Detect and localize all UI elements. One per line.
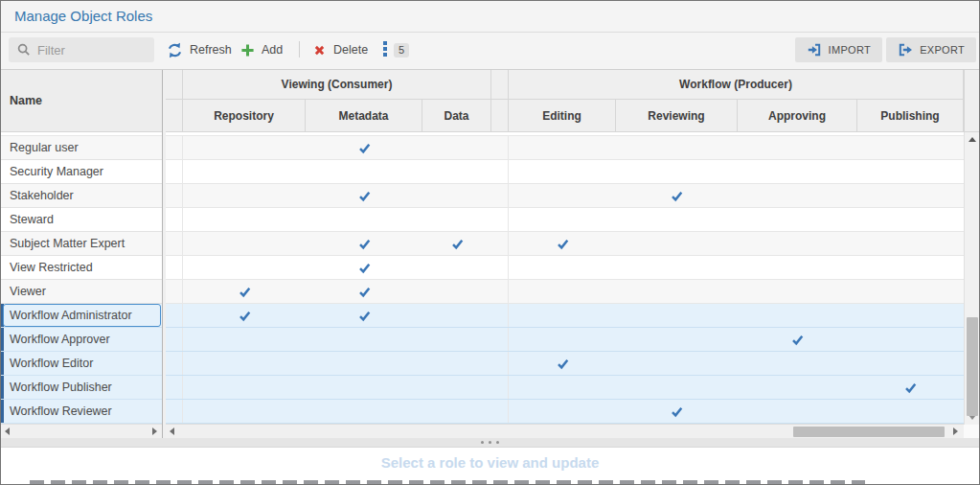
permission-cell[interactable] bbox=[306, 160, 422, 183]
role-row[interactable] bbox=[166, 256, 964, 280]
permission-cell[interactable] bbox=[616, 208, 738, 231]
permission-cell[interactable] bbox=[616, 352, 738, 375]
permission-cell[interactable] bbox=[183, 304, 306, 327]
permission-cell[interactable] bbox=[857, 400, 964, 423]
permission-cell[interactable] bbox=[509, 352, 616, 375]
column-header-cell[interactable]: Data bbox=[422, 100, 491, 132]
permission-cell[interactable] bbox=[306, 400, 422, 423]
permission-cell[interactable] bbox=[306, 352, 422, 375]
role-row[interactable] bbox=[166, 208, 964, 232]
permission-cell[interactable] bbox=[738, 136, 857, 159]
permission-cell[interactable] bbox=[422, 136, 491, 159]
permission-cell[interactable] bbox=[183, 184, 306, 207]
permission-cell[interactable] bbox=[857, 136, 964, 159]
permission-cell[interactable] bbox=[306, 232, 422, 255]
permission-cell[interactable] bbox=[509, 160, 616, 183]
role-row[interactable] bbox=[166, 232, 964, 256]
column-header-cell[interactable]: Publishing bbox=[857, 100, 964, 132]
permission-cell[interactable] bbox=[857, 208, 964, 231]
permission-cell[interactable] bbox=[616, 304, 738, 327]
permission-cell[interactable] bbox=[306, 136, 422, 159]
permission-cell[interactable] bbox=[857, 352, 964, 375]
permission-cell[interactable] bbox=[509, 208, 616, 231]
permission-cell[interactable] bbox=[306, 184, 422, 207]
permission-cell[interactable] bbox=[616, 136, 738, 159]
role-name-cell[interactable]: View Restricted bbox=[1, 256, 162, 280]
permission-cell[interactable] bbox=[422, 160, 491, 183]
permission-cell[interactable] bbox=[738, 208, 857, 231]
permission-cell[interactable] bbox=[422, 376, 491, 399]
permission-cell[interactable] bbox=[422, 208, 491, 231]
role-row[interactable] bbox=[166, 304, 964, 328]
role-name-cell[interactable]: Workflow Publisher bbox=[1, 376, 162, 400]
permission-cell[interactable] bbox=[738, 352, 857, 375]
permission-cell[interactable] bbox=[857, 184, 964, 207]
scroll-left-arrow[interactable] bbox=[170, 427, 174, 435]
permission-cell[interactable] bbox=[509, 328, 616, 351]
role-row[interactable] bbox=[166, 352, 964, 376]
role-name-cell[interactable]: Security Manager bbox=[1, 160, 162, 184]
name-hscrollbar[interactable] bbox=[1, 424, 162, 438]
permission-cell[interactable] bbox=[616, 400, 738, 423]
permission-cell[interactable] bbox=[422, 256, 491, 279]
permission-cell[interactable] bbox=[857, 376, 964, 399]
role-row[interactable] bbox=[166, 280, 964, 304]
column-header-cell[interactable]: Approving bbox=[738, 100, 857, 132]
permission-cell[interactable] bbox=[738, 256, 857, 279]
pane-splitter-handle[interactable] bbox=[1, 438, 979, 448]
role-row[interactable] bbox=[166, 376, 964, 400]
permission-cell[interactable] bbox=[306, 328, 422, 351]
role-name-cell[interactable]: Workflow Editor bbox=[1, 352, 162, 376]
permission-cell[interactable] bbox=[509, 280, 616, 303]
permission-cell[interactable] bbox=[306, 208, 422, 231]
permission-cell[interactable] bbox=[183, 160, 306, 183]
permission-cell[interactable] bbox=[857, 232, 964, 255]
permission-cell[interactable] bbox=[422, 304, 491, 327]
permission-cell[interactable] bbox=[857, 280, 964, 303]
role-name-cell[interactable]: Workflow Approver bbox=[1, 328, 162, 352]
add-button[interactable]: Add bbox=[240, 37, 283, 62]
permission-cell[interactable] bbox=[422, 400, 491, 423]
main-hscrollbar[interactable] bbox=[166, 424, 964, 438]
permission-cell[interactable] bbox=[509, 400, 616, 423]
hscrollbar-thumb[interactable] bbox=[793, 427, 945, 437]
role-name-cell[interactable]: Workflow Reviewer bbox=[1, 400, 162, 424]
permission-cell[interactable] bbox=[183, 352, 306, 375]
permission-cell[interactable] bbox=[509, 256, 616, 279]
permission-cell[interactable] bbox=[509, 184, 616, 207]
role-row[interactable] bbox=[166, 400, 964, 424]
refresh-button[interactable]: Refresh bbox=[167, 37, 232, 62]
permission-cell[interactable] bbox=[422, 352, 491, 375]
permission-cell[interactable] bbox=[857, 256, 964, 279]
permission-cell[interactable] bbox=[306, 280, 422, 303]
more-actions-button[interactable]: 5 bbox=[383, 37, 409, 62]
permission-cell[interactable] bbox=[306, 304, 422, 327]
permission-cell[interactable] bbox=[616, 280, 738, 303]
role-name-cell[interactable]: Stakeholder bbox=[1, 184, 162, 208]
permission-cell[interactable] bbox=[616, 184, 738, 207]
role-row[interactable] bbox=[166, 136, 964, 160]
permission-cell[interactable] bbox=[509, 232, 616, 255]
permission-cell[interactable] bbox=[857, 160, 964, 183]
delete-button[interactable]: Delete bbox=[312, 37, 368, 62]
permission-cell[interactable] bbox=[509, 136, 616, 159]
permission-cell[interactable] bbox=[183, 400, 306, 423]
permission-cell[interactable] bbox=[616, 232, 738, 255]
role-row[interactable] bbox=[166, 184, 964, 208]
scroll-up-arrow[interactable] bbox=[969, 137, 976, 142]
role-name-cell[interactable]: Subject Matter Expert bbox=[1, 232, 162, 256]
permission-cell[interactable] bbox=[857, 304, 964, 327]
permission-cell[interactable] bbox=[738, 400, 857, 423]
permission-cell[interactable] bbox=[616, 256, 738, 279]
permission-cell[interactable] bbox=[738, 280, 857, 303]
permission-cell[interactable] bbox=[183, 280, 306, 303]
role-row[interactable] bbox=[166, 328, 964, 352]
permission-cell[interactable] bbox=[183, 208, 306, 231]
role-name-cell[interactable]: Steward bbox=[1, 208, 162, 232]
permission-cell[interactable] bbox=[422, 280, 491, 303]
permission-cell[interactable] bbox=[738, 160, 857, 183]
permission-cell[interactable] bbox=[183, 328, 306, 351]
scroll-right-arrow[interactable] bbox=[152, 427, 157, 435]
permission-cell[interactable] bbox=[422, 184, 491, 207]
permission-cell[interactable] bbox=[738, 328, 857, 351]
